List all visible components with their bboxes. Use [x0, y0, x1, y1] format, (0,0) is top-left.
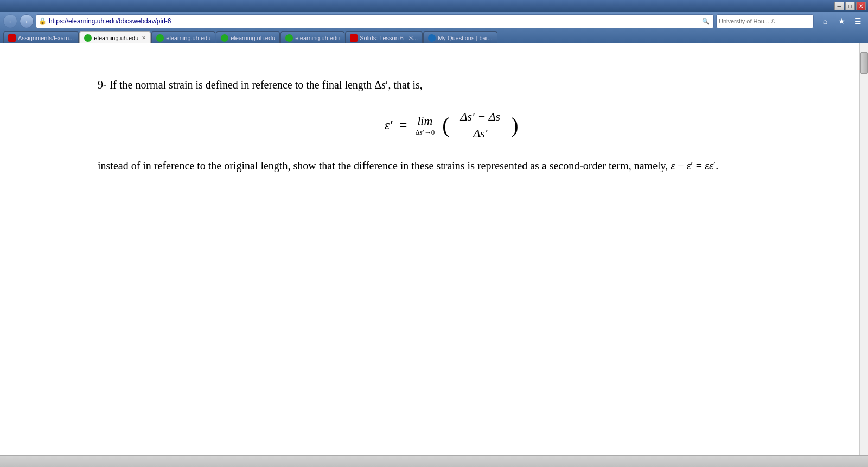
search-input[interactable] — [719, 18, 811, 24]
close-button[interactable]: ✕ — [856, 2, 866, 10]
minimize-button[interactable]: ─ — [834, 2, 844, 10]
scrollbar-track[interactable] — [859, 43, 868, 455]
fraction-denominator: Δs′ — [470, 127, 490, 141]
favorites-icon[interactable]: ★ — [834, 14, 848, 28]
fraction-numerator: Δs′ − Δs — [457, 110, 504, 124]
tab-label: My Questions | bar... — [438, 35, 493, 41]
tab-elearning-2[interactable]: elearning.uh.edu — [151, 31, 215, 43]
continuation-text: instead of in reference to the original … — [98, 157, 805, 174]
tab-close-button[interactable]: ✕ — [142, 35, 146, 41]
formula-block: ε′ = lim Δs′→0 ( Δs′ − Δs Δs′ — [98, 110, 805, 141]
settings-icon[interactable]: ☰ — [851, 14, 865, 28]
intro-text: If the normal strain is defined in refer… — [110, 79, 423, 91]
window-title-bar: ─ □ ✕ — [0, 0, 868, 12]
status-bar — [0, 455, 868, 467]
home-icon[interactable]: ⌂ — [818, 14, 832, 28]
tab-favicon-bb — [8, 34, 16, 42]
address-bar-input[interactable] — [49, 17, 698, 25]
nav-bar: ‹ › 🔒 🔍 ⌂ ★ ☰ — [3, 14, 865, 28]
tab-label: elearning.uh.edu — [231, 35, 275, 41]
tab-elearning-3[interactable]: elearning.uh.edu — [216, 31, 280, 43]
tab-myquestions[interactable]: My Questions | bar... — [423, 31, 497, 43]
tab-label: Solids: Lesson 6 - S... — [360, 35, 418, 41]
scrollbar-thumb[interactable] — [860, 52, 868, 74]
right-paren: ) — [511, 115, 518, 136]
problem-intro: 9- If the normal strain is defined in re… — [98, 76, 805, 93]
tab-favicon-green — [285, 34, 293, 42]
tab-favicon-youtube — [350, 34, 358, 42]
tab-solids[interactable]: Solids: Lesson 6 - S... — [345, 31, 423, 43]
window-controls: ─ □ ✕ — [834, 2, 866, 10]
lock-icon: 🔒 — [39, 17, 47, 25]
tab-elearning-4[interactable]: elearning.uh.edu — [280, 31, 344, 43]
tab-elearning-active[interactable]: elearning.uh.edu ✕ — [79, 31, 151, 43]
tab-favicon-green — [84, 34, 92, 42]
fraction-line — [457, 125, 504, 125]
tabs-bar: Assignments/Exam... elearning.uh.edu ✕ e… — [3, 30, 865, 43]
main-content: 9- If the normal strain is defined in re… — [0, 43, 859, 455]
lim-subscript: Δs′→0 — [415, 128, 435, 137]
maximize-button[interactable]: □ — [845, 2, 855, 10]
tab-label: Assignments/Exam... — [18, 35, 74, 41]
tab-label: elearning.uh.edu — [295, 35, 340, 41]
browser-body: 9- If the normal strain is defined in re… — [0, 43, 868, 455]
search-box — [716, 14, 814, 28]
tab-label: elearning.uh.edu — [94, 35, 138, 41]
left-paren: ( — [442, 115, 449, 136]
lim-block: lim Δs′→0 — [415, 114, 435, 137]
search-icon[interactable]: 🔍 — [700, 16, 711, 27]
right-nav-icons: ⌂ ★ ☰ — [818, 14, 865, 28]
forward-button[interactable]: › — [20, 14, 34, 28]
tab-favicon-green — [156, 34, 164, 42]
formula-inner: ε′ = lim Δs′→0 ( Δs′ − Δs Δs′ — [385, 110, 519, 141]
tab-label: elearning.uh.edu — [166, 35, 210, 41]
browser-chrome: ‹ › 🔒 🔍 ⌂ ★ ☰ Assignments/Exam... — [0, 12, 868, 43]
tab-assignments[interactable]: Assignments/Exam... — [3, 31, 79, 43]
tab-favicon-ie — [428, 34, 436, 42]
back-button[interactable]: ‹ — [3, 14, 17, 28]
address-bar-container: 🔒 🔍 — [36, 14, 714, 28]
tab-favicon-green — [221, 34, 228, 42]
question-number: 9- — [98, 79, 107, 91]
lim-text: lim — [417, 114, 432, 128]
formula-fraction: Δs′ − Δs Δs′ — [457, 110, 504, 141]
formula-lhs: ε′ = — [385, 118, 408, 132]
